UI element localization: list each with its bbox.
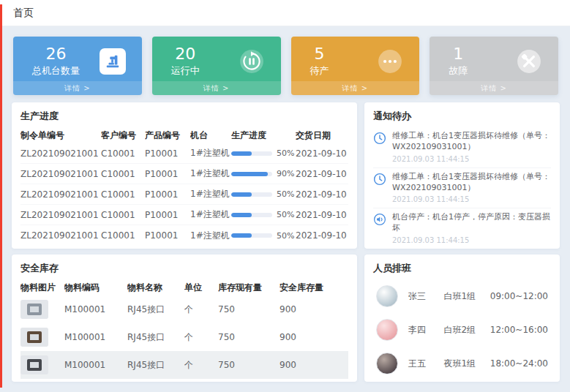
fault-label: 故障: [449, 64, 468, 78]
delivery-date: 2021-09-10: [296, 189, 348, 200]
notice-body: 维修工单：机台1变压器损坏待维修（单号：WX202109031001） 2021…: [392, 131, 551, 163]
notice-timestamp: 2021.09.03 11:44:15: [392, 236, 551, 244]
production-row[interactable]: ZL202109021001 C10001 P10001 1#注塑机 90% 2…: [20, 164, 348, 184]
production-row[interactable]: ZL202109021001 C10001 P10001 1#注塑机 50% 2…: [20, 205, 348, 225]
tab-home[interactable]: 首页: [13, 7, 34, 20]
schedule-row: 王五 夜班1组 18:00~24:00: [373, 347, 551, 380]
production-progress-panel: 生产进度 制令单编号 客户编号 产品编号 机台 生产进度 交货日期 ZL2021…: [12, 102, 357, 249]
inventory-row[interactable]: M100001 RJ45接口 个 750 900: [20, 351, 348, 379]
stat-card-running[interactable]: 20 运行中 详情 >: [152, 37, 281, 95]
schedule-row: 张三 白班1组 09:00~12:00: [373, 279, 551, 313]
notice-item[interactable]: 维修工单：机台1变压器损坏待维修（单号：WX202109031001） 2021…: [373, 127, 551, 168]
progress-fill: [231, 233, 252, 238]
progress-bar: 50%: [231, 148, 296, 158]
production-row[interactable]: ZL202109021001 C10001 P10001 1#注塑机 50% 2…: [20, 184, 348, 205]
notices-panel-title: 通知待办: [373, 110, 551, 123]
current-stock: 750: [218, 304, 280, 314]
current-stock: 750: [218, 332, 280, 342]
schedule-row: 李四 白班2组 12:00~16:00: [373, 313, 551, 347]
stat-cards-row: 26 总机台数量 详情 >: [13, 37, 558, 95]
fault-detail-link[interactable]: 详情 >: [430, 81, 558, 95]
running-value: 20: [175, 45, 195, 63]
dashboard-page: 首页 26 总机台数量: [0, 0, 570, 392]
window-edge-accent: [0, 4, 2, 388]
stat-card-fault[interactable]: 1 故障 详情 >: [430, 37, 558, 95]
delivery-date: 2021-09-10: [296, 230, 348, 241]
progress-track: [231, 233, 272, 238]
current-stock: 750: [218, 360, 280, 370]
product-number: P10001: [145, 169, 190, 179]
progress-fill: [231, 172, 268, 176]
staff-schedule-panel: 人员排班 张三 白班1组 09:00~12:00 李四: [364, 255, 560, 382]
progress-fill: [231, 151, 252, 156]
clock-icon: [373, 173, 386, 186]
stat-card-waiting[interactable]: 5 待产 详情 >: [291, 37, 420, 95]
progress-fill: [231, 213, 252, 217]
delivery-date: 2021-09-10: [296, 169, 348, 179]
production-row[interactable]: ZL202109021001 C10001 P10001 1#注塑机 50% 2…: [20, 143, 348, 164]
delivery-date: 2021-09-10: [296, 148, 348, 159]
schedule-panel-title: 人员排班: [373, 262, 551, 275]
machine-name: 1#注塑机: [190, 147, 231, 159]
progress-fill: [231, 192, 252, 197]
inventory-row[interactable]: M100001 RJ45接口 个 750 900: [20, 295, 348, 323]
material-unit: 个: [184, 304, 218, 316]
fault-icon: [516, 48, 542, 75]
delivery-date: 2021-09-10: [296, 210, 348, 220]
shift-label: 白班1组: [443, 290, 479, 303]
progress-percent: 50%: [277, 210, 294, 219]
shift-time: 18:00~24:00: [490, 358, 548, 369]
fault-value: 1: [453, 45, 463, 63]
progress-bar: 50%: [231, 210, 296, 219]
total-machines-value: 26: [46, 45, 67, 63]
content-area: 26 总机台数量 详情 >: [0, 26, 570, 382]
production-panel-title: 生产进度: [20, 110, 348, 123]
total-machines-label: 总机台数量: [32, 64, 80, 78]
col-current-stock: 库存现有量: [218, 282, 280, 294]
material-image: [20, 300, 64, 319]
notice-text: 维修工单：机台1变压器损坏待维修（单号：WX202109031001）: [392, 172, 551, 194]
stat-card-total-machines[interactable]: 26 总机台数量 详情 >: [13, 37, 142, 95]
material-code: M100001: [64, 360, 127, 370]
inventory-row[interactable]: M100001 RJ45接口 个 750 900: [20, 323, 348, 351]
safety-stock: 900: [280, 304, 348, 314]
waiting-detail-link[interactable]: 详情 >: [291, 81, 420, 95]
order-number: ZL202109021001: [20, 210, 101, 220]
avatar: [376, 353, 398, 374]
notice-list: 维修工单：机台1变压器损坏待维修（单号：WX202109031001） 2021…: [373, 127, 551, 249]
avatar: [376, 319, 398, 341]
order-number: ZL202109021001: [20, 169, 101, 179]
progress-percent: 50%: [277, 189, 294, 199]
notice-item[interactable]: 机台停产：机台1停产，停产原因：变压器损坏 2021.09.03 11:44:1…: [373, 208, 551, 249]
customer-number: C10001: [101, 210, 145, 220]
speaker-icon: [373, 213, 386, 226]
notice-item[interactable]: 维修工单：机台1变压器损坏待维修（单号：WX202109031001） 2021…: [373, 168, 551, 209]
running-detail-link[interactable]: 详情 >: [152, 81, 281, 95]
progress-percent: 50%: [277, 148, 294, 158]
total-machines-detail-link[interactable]: 详情 >: [13, 81, 142, 95]
progress-track: [231, 213, 272, 217]
material-name: RJ45接口: [127, 331, 184, 344]
progress-track: [231, 151, 272, 156]
material-code: M100001: [64, 332, 127, 342]
notice-body: 机台停产：机台1停产，停产原因：变压器损坏 2021.09.03 11:44:1…: [392, 212, 551, 244]
panels-grid: 生产进度 制令单编号 客户编号 产品编号 机台 生产进度 交货日期 ZL2021…: [12, 102, 560, 382]
production-row[interactable]: ZL202109021001 C10001 P10001 1#注塑机 50% 2…: [20, 225, 348, 246]
progress-bar: 50%: [231, 231, 296, 241]
product-number: P10001: [145, 230, 190, 241]
shift-time: 12:00~16:00: [490, 325, 548, 335]
notice-text: 机台停产：机台1停产，停产原因：变压器损坏: [392, 212, 551, 234]
order-number: ZL202109021001: [20, 230, 101, 241]
top-bar: 首页: [0, 0, 570, 26]
progress-track: [231, 172, 272, 176]
col-material-image: 物料图片: [20, 282, 64, 294]
col-order: 制令单编号: [20, 129, 101, 142]
material-unit: 个: [184, 359, 218, 372]
col-date: 交货日期: [296, 129, 348, 142]
progress-bar: 50%: [231, 189, 296, 199]
notice-timestamp: 2021.09.03 11:44:15: [392, 195, 551, 203]
clock-icon: [373, 132, 386, 145]
progress-track: [231, 192, 272, 197]
col-unit: 单位: [184, 282, 218, 294]
material-name: RJ45接口: [127, 304, 184, 316]
